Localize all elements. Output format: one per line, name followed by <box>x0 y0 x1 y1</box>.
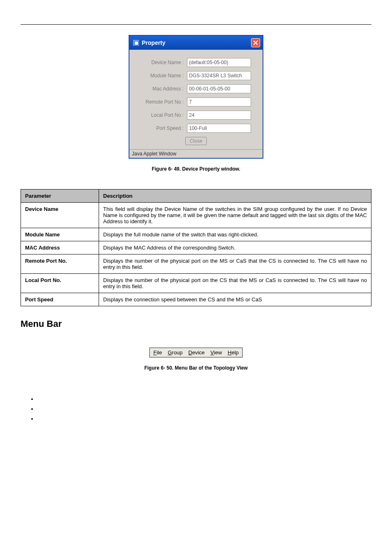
property-dialog: Property Device Name : Module Name : Mac… <box>129 35 263 159</box>
mac-address-field[interactable] <box>187 84 251 93</box>
mac-address-label: Mac Address : <box>134 86 187 92</box>
list-item: Print Topology — will print the topology… <box>37 406 371 412</box>
local-port-label: Local Port No : <box>134 112 187 118</box>
table-row: Module Name Displays the full module nam… <box>21 228 371 241</box>
table-row: Local Port No. Displays the number of th… <box>21 274 371 293</box>
menu-file[interactable]: File <box>153 349 162 356</box>
device-name-label: Device Name : <box>134 60 187 65</box>
menu-view[interactable]: View <box>210 349 222 356</box>
menu-help[interactable]: Help <box>228 349 239 356</box>
menu-group[interactable]: Group <box>168 349 182 356</box>
file-list: Print Setup — will view the image to be … <box>21 396 371 421</box>
file-heading: File <box>21 381 371 388</box>
close-icon[interactable] <box>251 38 260 47</box>
figure-caption-1: Figure 6- 49. Device Property window. <box>21 166 371 172</box>
device-name-field[interactable] <box>187 58 251 67</box>
module-name-field[interactable] <box>187 71 251 80</box>
parameter-table: Parameter Description Device Name This f… <box>21 189 371 306</box>
table-row: Remote Port No. Displays the number of t… <box>21 254 371 274</box>
dialog-title-icon <box>133 39 139 46</box>
figure-caption-2: Figure 6- 50. Menu Bar of the Topology V… <box>21 365 371 371</box>
menu-bar-heading: Menu Bar <box>21 319 371 329</box>
list-item: Print Setup — will view the image to be … <box>37 396 371 402</box>
menu-bar: File Group Device View Help <box>149 347 243 358</box>
port-speed-field[interactable] <box>187 124 251 133</box>
intro-text: The following fields may be viewed: <box>21 180 371 186</box>
table-row: Port Speed Displays the connection speed… <box>21 293 371 306</box>
dialog-title: Property <box>142 39 166 46</box>
port-speed-label: Port Speed : <box>134 125 187 131</box>
page-header: DGS-3324SR Layer 3 Stackable Gigabit Eth… <box>21 16 371 25</box>
module-name-label: Module Name : <box>134 73 187 79</box>
java-applet-status: Java Applet Window <box>129 149 263 158</box>
close-button[interactable]: Close <box>185 137 207 145</box>
menu-bar-text: The Single IP Management window contains… <box>21 333 371 339</box>
page-number: 144 <box>21 446 371 451</box>
table-row: MAC Address Displays the MAC Address of … <box>21 241 371 254</box>
local-port-field[interactable] <box>187 111 251 120</box>
remote-port-field[interactable] <box>187 97 251 106</box>
list-item: Preference — will set display properties… <box>37 416 371 421</box>
menu-device[interactable]: Device <box>188 349 205 356</box>
remote-port-label: Remote Port No : <box>134 99 187 105</box>
th-description: Description <box>99 190 371 203</box>
th-parameter: Parameter <box>21 190 99 203</box>
table-row: Device Name This field will display the … <box>21 203 371 228</box>
